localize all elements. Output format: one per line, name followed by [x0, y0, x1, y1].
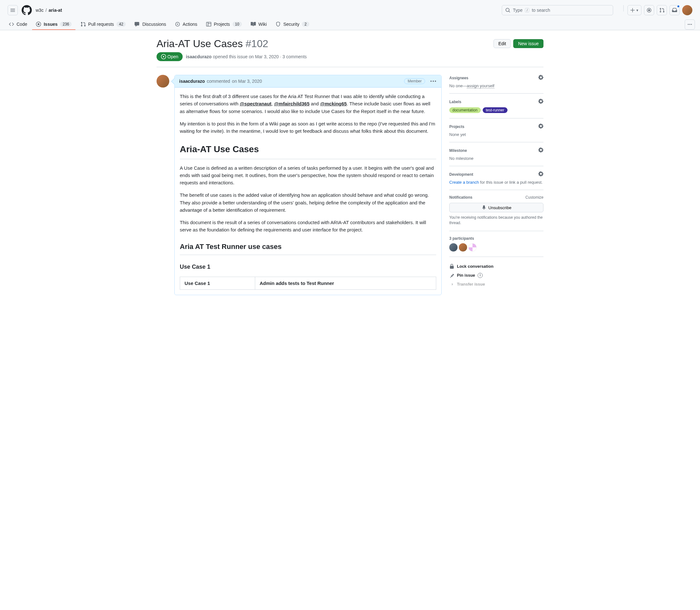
notifications-button[interactable] [669, 5, 680, 15]
comment-body: This is the first draft of 3 different u… [175, 87, 441, 295]
use-case-table: Use Case 1Admin adds tests to Test Runne… [180, 277, 436, 290]
sidebar-labels: Labels documentation test-runner [449, 94, 544, 118]
sidebar-milestone: Milestone No milestone [449, 142, 544, 166]
participant-avatar-1[interactable] [449, 243, 457, 252]
projects-count: 10 [233, 22, 242, 27]
github-icon [22, 5, 32, 15]
breadcrumb: w3c / aria-at [36, 7, 62, 13]
gear-icon [538, 99, 544, 104]
assignees-gear[interactable] [538, 75, 544, 81]
sidebar-participants: 3 participants [449, 231, 544, 257]
discussion-icon [135, 22, 140, 27]
gear-icon [538, 75, 544, 80]
search-kbd: / [525, 8, 529, 12]
git-pull-request-icon [81, 22, 86, 27]
notifications-desc: You're receiving notifications because y… [449, 215, 544, 226]
comment-menu-button[interactable]: ••• [430, 79, 437, 84]
tab-projects[interactable]: Projects10 [202, 19, 246, 30]
role-badge: Member [404, 78, 425, 84]
bell-slash-icon [481, 205, 486, 210]
search-placeholder-prefix: Type [513, 7, 522, 13]
table-icon [206, 22, 211, 27]
heading-test-runner: Aria AT Test Runner use cases [180, 241, 436, 255]
new-issue-button[interactable]: New issue [513, 39, 544, 48]
gear-icon [538, 124, 544, 129]
github-logo[interactable] [22, 5, 32, 15]
transfer-issue-button[interactable]: Transfer issue [449, 280, 544, 289]
participant-avatar-3[interactable] [468, 243, 477, 252]
breadcrumb-repo[interactable]: aria-at [49, 7, 62, 13]
mention-mcking65[interactable]: @mcking65 [320, 101, 347, 106]
gear-icon [538, 171, 544, 176]
heading-use-cases: Aria-AT Use Cases [180, 142, 436, 159]
issue-title: Aria-AT Use Cases #102 [156, 38, 494, 50]
label-test-runner[interactable]: test-runner [483, 107, 507, 113]
tab-pull-requests[interactable]: Pull requests42 [77, 19, 130, 30]
sidebar-projects: Projects None yet [449, 118, 544, 142]
menu-icon [10, 7, 15, 13]
tab-more-button[interactable] [685, 19, 695, 30]
participant-avatar-2[interactable] [459, 243, 467, 252]
pull-requests-shortcut[interactable] [657, 5, 667, 15]
mention-mfairchild365[interactable]: @mfairchild365 [274, 101, 309, 106]
search-input[interactable]: Type / to search [502, 5, 613, 15]
book-icon [251, 22, 256, 27]
issues-shortcut[interactable] [644, 5, 654, 15]
customize-link[interactable]: Customize [525, 195, 544, 199]
inbox-icon [672, 7, 677, 13]
assign-yourself-link[interactable]: assign yourself [467, 83, 495, 89]
lock-conversation-button[interactable]: Lock conversation [449, 262, 544, 271]
heading-use-case-1: Use Case 1 [180, 263, 436, 272]
issue-number: #102 [246, 38, 268, 49]
sidebar-assignees: Assignees No one—assign yourself [449, 75, 544, 94]
unsubscribe-button[interactable]: Unsubscribe [449, 203, 544, 212]
create-branch-link[interactable]: Create a branch [449, 180, 479, 184]
tab-actions[interactable]: Actions [171, 19, 201, 30]
issue-opened-icon [161, 54, 166, 59]
edit-button[interactable]: Edit [494, 39, 511, 48]
tab-issues[interactable]: Issues236 [32, 19, 76, 30]
comment-author-avatar[interactable] [156, 75, 169, 87]
hamburger-menu[interactable] [7, 5, 18, 15]
search-icon [505, 7, 510, 13]
search-placeholder-suffix: to search [532, 7, 550, 13]
repo-tabs: Code Issues236 Pull requests42 Discussio… [0, 19, 700, 30]
info-icon: i [478, 273, 483, 278]
issues-count: 236 [60, 22, 71, 27]
pin-issue-button[interactable]: Pin issue i [449, 271, 544, 280]
plus-icon [630, 7, 635, 13]
shield-icon [276, 22, 281, 27]
label-documentation[interactable]: documentation [449, 107, 481, 113]
tab-wiki[interactable]: Wiki [247, 19, 270, 30]
mention-spectranaut[interactable]: @spectranaut [239, 101, 271, 106]
issue-state-badge: Open [156, 52, 183, 61]
sidebar-notifications: NotificationsCustomize Unsubscribe You'r… [449, 190, 544, 231]
comment-date: on Mar 3, 2020 [232, 79, 262, 84]
breadcrumb-owner[interactable]: w3c [36, 7, 44, 13]
git-pull-request-icon [659, 7, 664, 13]
milestone-gear[interactable] [538, 147, 544, 154]
notification-dot [677, 5, 680, 8]
gear-icon [538, 147, 544, 152]
development-gear[interactable] [538, 171, 544, 177]
code-icon [9, 22, 14, 27]
security-count: 2 [302, 22, 309, 27]
kebab-icon [687, 22, 693, 27]
pin-icon [449, 273, 454, 278]
labels-gear[interactable] [538, 99, 544, 105]
tab-discussions[interactable]: Discussions [131, 19, 170, 30]
sidebar-development: Development Create a branch for this iss… [449, 166, 544, 190]
create-new-button[interactable]: ▼ [628, 5, 641, 15]
tab-security[interactable]: Security2 [272, 19, 313, 30]
arrow-right-icon [449, 282, 454, 287]
issue-opened-icon [36, 22, 41, 27]
play-icon [175, 22, 180, 27]
tab-code[interactable]: Code [5, 19, 31, 30]
comment-author-link[interactable]: isaacdurazo [179, 79, 205, 84]
issue-author-link[interactable]: isaacdurazo [186, 54, 212, 59]
comment-box: isaacdurazo commented on Mar 3, 2020 Mem… [174, 75, 441, 295]
issue-icon [647, 7, 652, 13]
caret-down-icon: ▼ [636, 9, 639, 12]
user-avatar[interactable] [682, 5, 693, 15]
projects-gear[interactable] [538, 124, 544, 130]
